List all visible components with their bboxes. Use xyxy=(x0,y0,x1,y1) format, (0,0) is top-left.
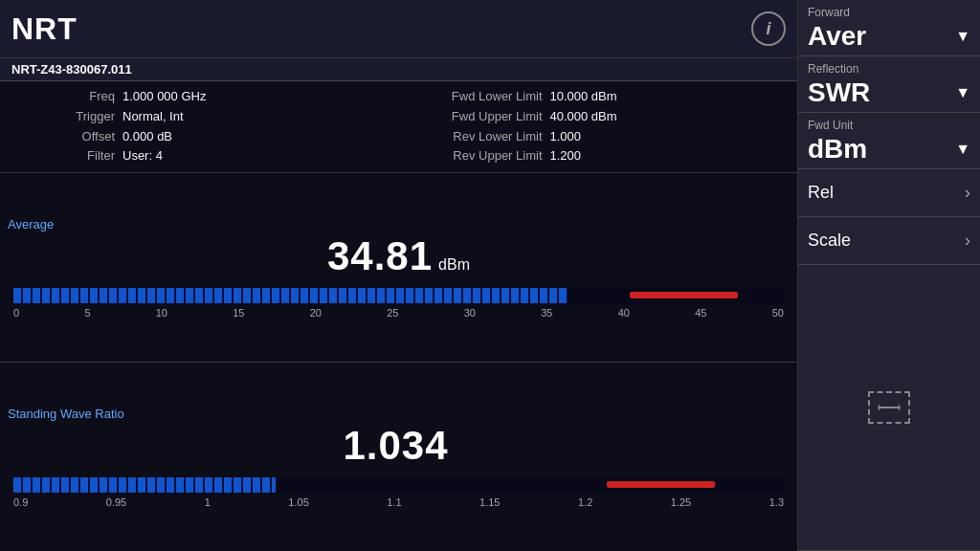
reflection-button[interactable]: Reflection SWR ▼ xyxy=(798,56,980,113)
params-right: Fwd Lower Limit 10.000 dBm Fwd Upper Lim… xyxy=(428,87,798,166)
forward-value-row: Aver ▼ xyxy=(808,21,970,52)
meter2-value: 1.034 xyxy=(343,423,448,469)
meter1-section: Average 34.81 dBm 0 5 10 15 20 25 30 35 … xyxy=(0,173,797,363)
param-rev-upper: Rev Upper Limit 1.200 xyxy=(428,146,798,166)
fwd-unit-value-row: dBm ▼ xyxy=(808,134,970,165)
param-rev-lower-label: Rev Lower Limit xyxy=(428,127,543,147)
meter1-unit: dBm xyxy=(438,256,470,274)
meter2-title: Standing Wave Ratio xyxy=(8,407,790,421)
param-trigger: Trigger Normal, Int xyxy=(57,107,428,127)
meter2-bar-blue xyxy=(13,477,276,493)
sidebar: Forward Aver ▼ Reflection SWR ▼ Fwd Unit… xyxy=(798,0,980,551)
reflection-value: SWR xyxy=(808,77,870,108)
expand-button[interactable] xyxy=(798,265,980,551)
params-grid: Freq 1.000 000 GHz Trigger Normal, Int O… xyxy=(0,81,797,173)
param-freq-value: 1.000 000 GHz xyxy=(122,87,206,107)
forward-button[interactable]: Forward Aver ▼ xyxy=(798,0,980,56)
reflection-label: Reflection xyxy=(808,62,970,76)
param-filter: Filter User: 4 xyxy=(57,146,428,166)
fwd-unit-value: dBm xyxy=(808,134,867,165)
param-rev-lower-value: 1.000 xyxy=(550,127,582,147)
param-offset: Offset 0.000 dB xyxy=(57,127,428,147)
forward-label: Forward xyxy=(808,6,970,19)
fwd-unit-dropdown-icon: ▼ xyxy=(955,141,970,158)
expand-icon xyxy=(868,391,910,424)
rel-label: Rel xyxy=(808,183,834,203)
param-filter-value: User: 4 xyxy=(122,146,163,166)
scale-button[interactable]: Scale › xyxy=(798,217,980,265)
param-fwd-upper: Fwd Upper Limit 40.000 dBm xyxy=(428,107,798,127)
param-freq: Freq 1.000 000 GHz xyxy=(57,87,428,107)
param-rev-lower: Rev Lower Limit 1.000 xyxy=(428,127,798,147)
param-rev-upper-value: 1.200 xyxy=(550,146,582,166)
meter1-bar-red xyxy=(630,292,738,298)
forward-value: Aver xyxy=(808,21,866,52)
param-fwd-lower-label: Fwd Lower Limit xyxy=(428,87,543,107)
header: NRT i xyxy=(0,0,797,57)
meter1-scale: 0 5 10 15 20 25 30 35 40 45 50 xyxy=(13,307,784,319)
meter1-bar-blue xyxy=(13,288,568,303)
meter2-value-row: 1.034 xyxy=(8,423,790,469)
param-trigger-value: Normal, Int xyxy=(122,107,184,127)
info-icon[interactable]: i xyxy=(751,11,786,46)
meter1-bar-track xyxy=(13,287,784,304)
app-title: NRT xyxy=(11,11,78,47)
param-rev-upper-label: Rev Upper Limit xyxy=(428,146,543,166)
meter2-bar-red xyxy=(607,481,715,488)
device-id-bar: NRT-Z43-830067.011 xyxy=(0,57,797,81)
param-trigger-label: Trigger xyxy=(57,107,115,127)
param-freq-label: Freq xyxy=(57,87,115,107)
device-id: NRT-Z43-830067.011 xyxy=(11,62,132,77)
meter1-value-row: 34.81 dBm xyxy=(8,233,790,279)
meter2-bar-track xyxy=(13,476,784,494)
forward-dropdown-icon: ▼ xyxy=(955,28,970,45)
meter1-bar-area xyxy=(13,287,784,304)
fwd-unit-label: Fwd Unit xyxy=(808,119,970,132)
param-offset-value: 0.000 dB xyxy=(122,127,172,147)
param-fwd-lower: Fwd Lower Limit 10.000 dBm xyxy=(428,87,798,107)
param-fwd-upper-value: 40.000 dBm xyxy=(550,107,617,127)
reflection-value-row: SWR ▼ xyxy=(808,77,970,108)
meter2-bar-area xyxy=(13,476,784,494)
svg-marker-1 xyxy=(878,404,880,411)
scale-arrow-icon: › xyxy=(965,231,970,251)
rel-arrow-icon: › xyxy=(965,183,970,203)
rel-button[interactable]: Rel › xyxy=(798,169,980,217)
svg-marker-2 xyxy=(899,404,901,411)
meter1-title: Average xyxy=(8,217,790,231)
params-left: Freq 1.000 000 GHz Trigger Normal, Int O… xyxy=(57,87,428,166)
meter2-scale: 0.9 0.95 1 1.05 1.1 1.15 1.2 1.25 1.3 xyxy=(13,496,784,508)
param-fwd-lower-value: 10.000 dBm xyxy=(550,87,617,107)
scale-label: Scale xyxy=(808,231,851,251)
reflection-dropdown-icon: ▼ xyxy=(955,84,970,101)
meter2-section: Standing Wave Ratio 1.034 0.9 0.95 1 1.0… xyxy=(0,363,797,551)
main-panel: NRT i NRT-Z43-830067.011 Freq 1.000 000 … xyxy=(0,0,798,551)
param-fwd-upper-label: Fwd Upper Limit xyxy=(428,107,543,127)
param-offset-label: Offset xyxy=(57,127,115,147)
expand-svg xyxy=(878,400,901,415)
fwd-unit-button[interactable]: Fwd Unit dBm ▼ xyxy=(798,113,980,169)
param-filter-label: Filter xyxy=(57,146,115,166)
meter1-value: 34.81 xyxy=(327,233,433,279)
